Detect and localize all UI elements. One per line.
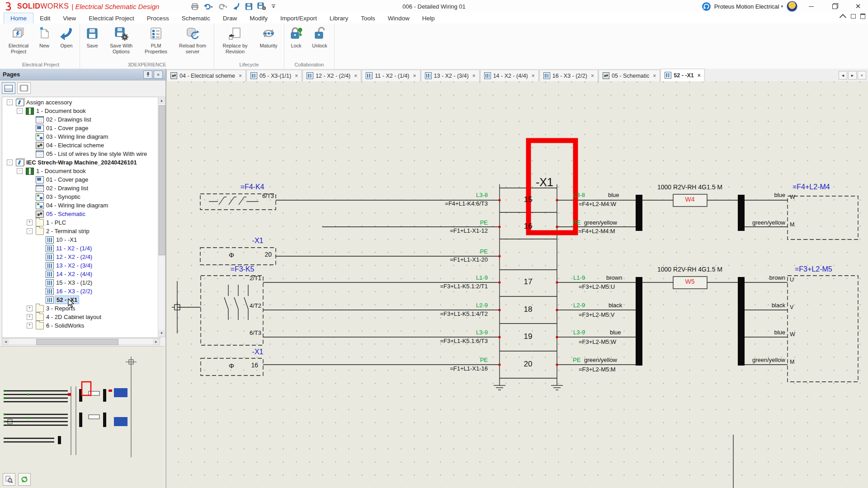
save-button[interactable]: Save xyxy=(81,24,103,61)
tree-item-14-x2-4-4-[interactable]: 14 - X2 - (4/4) xyxy=(2,270,160,278)
close-panel-icon[interactable]: × xyxy=(154,70,163,79)
document-tab-12-x2-2-4-[interactable]: 12 - X2 - (2/4)× xyxy=(302,70,361,81)
tree-item-1-plc[interactable]: +1 - PLC xyxy=(2,218,160,227)
window-restore-icon[interactable] xyxy=(851,14,856,19)
menu-draw[interactable]: Draw xyxy=(217,13,244,23)
document-tab-16-x3-2-2-[interactable]: 16 - X3 - (2/2)× xyxy=(539,70,598,81)
tree-item-03-synoptic[interactable]: 03 - Synoptic xyxy=(2,192,160,201)
printer-icon[interactable] xyxy=(191,3,199,10)
document-tab-04-electrical-scheme[interactable]: 04 - Electrical scheme× xyxy=(166,70,246,81)
expand-icon[interactable]: + xyxy=(27,323,33,328)
tree-item-iec-strech-wrap-machine-20240426101[interactable]: -IEC Strech-Wrap Machine_20240426101 xyxy=(2,158,160,167)
menu-view[interactable]: View xyxy=(57,13,82,23)
menu-home[interactable]: Home xyxy=(4,13,33,23)
close-button[interactable]: ✕ xyxy=(848,0,868,13)
tree-item-10-x1[interactable]: 10 - -X1 xyxy=(2,235,160,244)
scrollbar-thumb[interactable] xyxy=(159,105,165,255)
tree-vertical-scrollbar[interactable]: ▲ ▼ xyxy=(158,97,165,337)
menu-help[interactable]: Help xyxy=(416,13,441,23)
tree-item-04-wiring-line-diagram[interactable]: 04 - Wiring line diagram xyxy=(2,201,160,210)
menu-process[interactable]: Process xyxy=(141,13,175,23)
save-icon[interactable] xyxy=(245,3,253,10)
scroll-down-icon[interactable]: ▼ xyxy=(158,330,165,337)
tree-item-4-2d-cabinet-layout[interactable]: +4 - 2D Cabinet layout xyxy=(2,313,160,321)
zoom-preview-button[interactable] xyxy=(3,473,15,486)
tree-item-05-list-of-wires-by-line-style-with-wire[interactable]: 05 - List of wires by line style With wi… xyxy=(2,150,160,158)
tab-close-icon[interactable]: × xyxy=(698,72,701,79)
3dexperience-compass-icon[interactable] xyxy=(702,2,711,11)
document-tab-05-schematic[interactable]: 05 - Schematic× xyxy=(599,70,660,81)
menu-tools[interactable]: Tools xyxy=(354,13,382,23)
tree-item-12-x2-2-4-[interactable]: 12 - X2 - (2/4) xyxy=(2,253,160,261)
tree-item-assign-accessory[interactable]: -Assign accessory xyxy=(2,98,160,107)
tree-item-6-solidworks[interactable]: +6 - SolidWorks xyxy=(2,321,160,330)
document-tab-52-x1[interactable]: 52 - -X1× xyxy=(660,69,704,81)
tree-item-1-document-book[interactable]: -1 - Document book xyxy=(2,167,160,175)
document-tab-05-x3-1-1-[interactable]: 05 - X3-(1/1)× xyxy=(246,70,302,81)
tree-horizontal-scrollbar[interactable]: ◄ ► xyxy=(2,338,160,345)
collapse-icon[interactable]: - xyxy=(7,99,13,105)
reload-from-server-button[interactable]: Reload from server xyxy=(173,24,212,61)
save-options-icon[interactable] xyxy=(257,2,266,10)
tree-item-52-x1[interactable]: 52 - -X1 xyxy=(2,296,160,304)
pin-panel-icon[interactable] xyxy=(143,70,152,79)
customize-icon[interactable] xyxy=(271,3,276,9)
maturity-button[interactable]: Maturity xyxy=(255,24,283,61)
restore-button[interactable] xyxy=(825,0,844,13)
unlock-button[interactable]: Unlock xyxy=(307,24,333,61)
collapse-icon[interactable]: - xyxy=(17,108,23,114)
tree-item-1-document-book[interactable]: -1 - Document book xyxy=(2,107,160,115)
collapse-icon[interactable]: - xyxy=(27,228,33,234)
scroll-up-icon[interactable]: ▲ xyxy=(158,97,165,104)
tree-item-01-cover-page[interactable]: 01 - Cover page xyxy=(2,175,160,184)
tab-close-icon[interactable]: × xyxy=(472,73,476,79)
open-button[interactable]: Open xyxy=(55,24,78,61)
redo-icon[interactable] xyxy=(218,3,228,10)
tab-close-icon[interactable]: × xyxy=(591,73,594,79)
scroll-right-icon[interactable]: ► xyxy=(153,338,160,345)
plm-properties-button[interactable]: PLM Properties xyxy=(139,24,173,61)
tab-close-icon[interactable]: × xyxy=(413,73,416,79)
account-menu[interactable]: Proteus Motion Electrical ▾ xyxy=(714,3,783,10)
menu-modify[interactable]: Modify xyxy=(243,13,274,23)
tab-scroll-right-icon[interactable]: ► xyxy=(848,71,857,80)
tree-item-13-x2-3-4-[interactable]: 13 - X2 - (3/4) xyxy=(2,261,160,270)
document-tab-14-x2-4-4-[interactable]: 14 - X2 - (4/4)× xyxy=(480,70,539,81)
tab-close-icon[interactable]: × xyxy=(532,73,535,79)
book-view-button[interactable] xyxy=(17,82,31,94)
menu-library[interactable]: Library xyxy=(323,13,354,23)
tab-list-close-icon[interactable]: × xyxy=(858,71,866,80)
tree-item-2-terminal-strip[interactable]: -2 - Terminal strip xyxy=(2,227,160,235)
tab-scroll-left-icon[interactable]: ◄ xyxy=(839,71,847,80)
menu-import-export[interactable]: Import/Export xyxy=(274,13,323,23)
collapse-icon[interactable]: - xyxy=(17,168,23,174)
tab-close-icon[interactable]: × xyxy=(295,73,298,79)
scroll-left-icon[interactable]: ◄ xyxy=(2,338,9,345)
save-with-options-button[interactable]: Save With Options xyxy=(103,24,139,61)
menu-window[interactable]: Window xyxy=(382,13,416,23)
tree-item-03-wiring-line-diagram[interactable]: 03 - Wiring line diagram xyxy=(2,132,160,141)
expand-icon[interactable]: + xyxy=(27,220,33,225)
new-button[interactable]: New xyxy=(34,24,55,61)
undo-icon[interactable] xyxy=(203,3,213,10)
tab-close-icon[interactable]: × xyxy=(239,73,242,79)
menu-schematic[interactable]: Schematic xyxy=(175,13,217,23)
tree-item-02-drawings-list[interactable]: 02 - Drawings list xyxy=(2,115,160,124)
tree-item-02-drawing-list[interactable]: 02 - Drawing list xyxy=(2,184,160,192)
tree-item-05-schematic[interactable]: 05 - Schematic xyxy=(2,210,160,218)
expand-icon[interactable]: + xyxy=(27,305,33,311)
tab-close-icon[interactable]: × xyxy=(653,73,656,79)
tree-item-01-cover-page[interactable]: 01 - Cover page xyxy=(2,124,160,132)
tree-item-3-reports[interactable]: +3 - Reports xyxy=(2,304,160,313)
electrical-project-button[interactable]: Electrical Project xyxy=(3,24,34,61)
window-expand-icon[interactable] xyxy=(860,14,865,19)
tree-item-04-electrical-scheme[interactable]: 04 - Electrical scheme xyxy=(2,141,160,150)
expand-icon[interactable]: + xyxy=(27,314,33,320)
schematic-canvas[interactable]: =F4-K4-X1=F3-K5-X1=F4+L2-M4=F3+L2-M5L3-8… xyxy=(166,81,868,488)
lock-button[interactable]: Lock xyxy=(286,24,307,61)
scrollbar-thumb[interactable] xyxy=(36,339,118,345)
page-thumbnail-preview[interactable] xyxy=(0,346,165,488)
replace-by-revision-button[interactable]: Replace by Revision xyxy=(216,24,255,61)
refresh-preview-button[interactable] xyxy=(18,473,31,486)
menu-electrical-project[interactable]: Electrical Project xyxy=(82,13,141,23)
